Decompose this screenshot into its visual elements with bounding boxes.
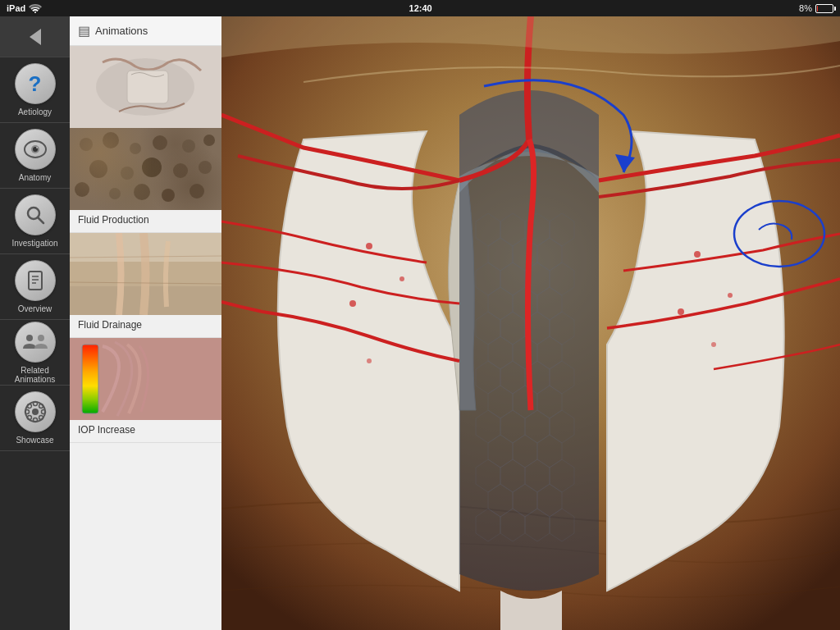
svg-point-55 <box>349 300 356 307</box>
svg-point-16 <box>33 418 37 422</box>
magnifier-icon <box>24 203 47 226</box>
svg-point-17 <box>25 410 29 414</box>
investigation-label: Investigation <box>11 239 57 248</box>
svg-point-35 <box>142 158 162 177</box>
animations-header-icon: ▤ <box>78 23 90 39</box>
battery-fill <box>817 6 818 11</box>
back-button[interactable] <box>0 16 70 57</box>
main-area: ? Aetiology Anatomy <box>0 16 840 630</box>
svg-line-6 <box>38 217 43 223</box>
svg-point-32 <box>203 135 215 146</box>
sidebar-item-aetiology[interactable]: ? Aetiology <box>0 57 70 123</box>
related-animations-icon-bg <box>15 322 56 363</box>
animations-header: ▤ Animations <box>70 16 221 46</box>
sidebar-item-related-animations[interactable]: Related Animations <box>0 320 70 386</box>
svg-point-18 <box>41 410 45 414</box>
sidebar-item-investigation[interactable]: Investigation <box>0 189 70 254</box>
animation-thumb-intro <box>70 46 221 128</box>
svg-point-42 <box>189 184 204 199</box>
status-left: iPad <box>7 3 42 13</box>
main-content <box>221 16 840 630</box>
svg-point-27 <box>80 138 93 151</box>
svg-point-38 <box>75 182 89 197</box>
iop-increase-label: IOP Increase <box>70 420 221 443</box>
animation-item-fluid-production[interactable]: Fluid Production <box>70 128 221 233</box>
iop-increase-thumb-svg <box>70 338 221 420</box>
battery-indicator <box>815 4 833 13</box>
sidebar: ? Aetiology Anatomy <box>0 16 70 630</box>
svg-point-60 <box>367 358 372 363</box>
fluid-production-label: Fluid Production <box>70 210 221 233</box>
animation-item-iop-increase[interactable]: IOP Increase <box>70 338 221 443</box>
aetiology-label: Aetiology <box>18 107 52 116</box>
animations-header-text: Animations <box>95 25 148 37</box>
anatomy-visualization <box>221 16 840 630</box>
svg-point-29 <box>130 143 141 154</box>
svg-point-30 <box>153 135 167 150</box>
showcase-label: Showcase <box>16 436 53 445</box>
svg-point-54 <box>399 276 404 281</box>
svg-point-37 <box>199 161 212 174</box>
svg-point-59 <box>711 342 716 347</box>
sidebar-item-anatomy[interactable]: Anatomy <box>0 123 70 189</box>
eye-anatomy-icon <box>23 137 48 162</box>
people-icon <box>23 332 48 352</box>
battery-percent-label: 8% <box>799 3 812 13</box>
svg-point-58 <box>678 308 684 315</box>
svg-point-56 <box>694 251 701 258</box>
document-icon <box>24 269 47 292</box>
status-right: 8% <box>799 3 833 13</box>
aetiology-icon-bg: ? <box>15 63 56 104</box>
animation-thumb-iop-increase <box>70 338 221 420</box>
wifi-icon <box>29 3 42 13</box>
svg-point-28 <box>103 132 119 148</box>
svg-point-15 <box>33 402 37 406</box>
animation-item-fluid-drainage[interactable]: Fluid Drainage <box>70 233 221 338</box>
intro-thumb-svg <box>70 46 221 128</box>
sidebar-item-overview[interactable]: Overview <box>0 254 70 320</box>
svg-point-53 <box>366 243 372 249</box>
status-time: 12:40 <box>409 3 432 13</box>
svg-point-31 <box>182 139 195 153</box>
svg-point-40 <box>134 184 150 200</box>
fluid-drainage-thumb-svg <box>70 233 221 315</box>
film-reel-icon <box>24 400 47 423</box>
showcase-icon-bg <box>15 391 56 432</box>
svg-point-12 <box>38 335 44 341</box>
sidebar-item-showcase[interactable]: Showcase <box>0 386 70 451</box>
svg-rect-26 <box>70 128 221 210</box>
svg-rect-51 <box>82 345 98 413</box>
battery-icon <box>815 4 833 13</box>
anatomy-label: Anatomy <box>19 173 51 182</box>
svg-rect-43 <box>70 128 221 210</box>
svg-point-11 <box>26 335 33 341</box>
svg-rect-7 <box>29 272 42 290</box>
animation-item-intro[interactable] <box>70 46 221 128</box>
svg-point-41 <box>162 189 175 202</box>
svg-point-39 <box>109 188 121 199</box>
question-mark-icon: ? <box>29 71 42 97</box>
svg-point-14 <box>32 409 39 415</box>
animation-thumb-fluid-drainage <box>70 233 221 315</box>
middle-panel: ▤ Animations <box>70 16 221 630</box>
svg-point-33 <box>89 160 107 178</box>
animation-thumb-fluid-production <box>70 128 221 210</box>
fluid-production-thumb-svg <box>70 128 221 210</box>
svg-point-4 <box>36 147 38 148</box>
fluid-drainage-label: Fluid Drainage <box>70 315 221 338</box>
back-arrow-icon <box>30 29 41 45</box>
svg-point-0 <box>34 11 36 13</box>
svg-point-36 <box>173 163 188 178</box>
overview-icon-bg <box>15 260 56 301</box>
main-image <box>221 16 840 630</box>
anatomy-icon-bg <box>15 129 56 170</box>
related-animations-label: Related Animations <box>0 366 70 384</box>
svg-point-34 <box>121 167 134 180</box>
status-bar: iPad 12:40 8% <box>0 0 840 16</box>
investigation-icon-bg <box>15 194 56 235</box>
svg-point-57 <box>728 293 733 298</box>
carrier-label: iPad <box>7 3 25 13</box>
overview-label: Overview <box>18 304 52 313</box>
